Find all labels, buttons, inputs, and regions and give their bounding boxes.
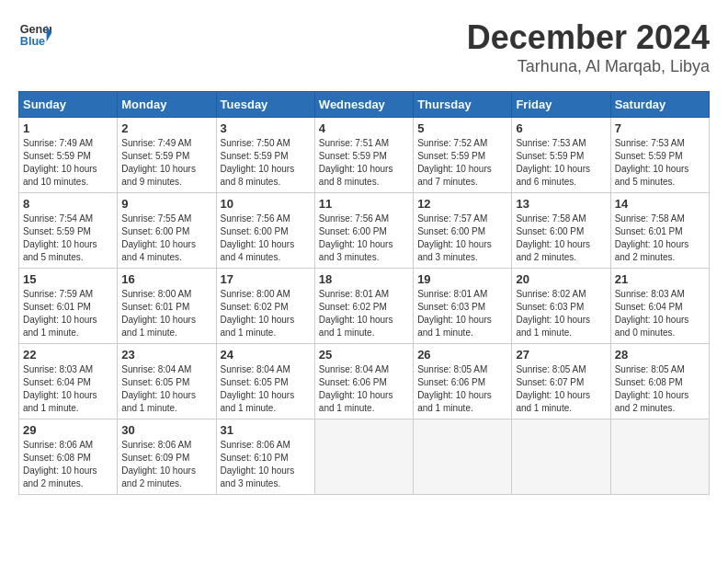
day-of-week-header: Thursday bbox=[414, 92, 512, 118]
calendar-cell: 5Sunrise: 7:52 AMSunset: 5:59 PMDaylight… bbox=[414, 118, 512, 193]
calendar-cell: 25Sunrise: 8:04 AMSunset: 6:06 PMDayligh… bbox=[314, 344, 413, 419]
calendar-cell bbox=[314, 419, 413, 495]
calendar-cell: 16Sunrise: 8:00 AMSunset: 6:01 PMDayligh… bbox=[118, 269, 216, 344]
day-number: 16 bbox=[121, 272, 211, 286]
day-number: 24 bbox=[221, 348, 311, 362]
day-number: 20 bbox=[516, 272, 606, 286]
calendar-week-row: 1Sunrise: 7:49 AMSunset: 5:59 PMDaylight… bbox=[19, 118, 710, 193]
calendar-cell: 18Sunrise: 8:01 AMSunset: 6:02 PMDayligh… bbox=[314, 269, 413, 344]
calendar-cell: 7Sunrise: 7:53 AMSunset: 5:59 PMDaylight… bbox=[610, 118, 709, 193]
calendar-cell: 22Sunrise: 8:03 AMSunset: 6:04 PMDayligh… bbox=[19, 344, 118, 419]
day-info: Sunrise: 8:06 AMSunset: 6:09 PMDaylight:… bbox=[121, 439, 211, 490]
day-info: Sunrise: 8:04 AMSunset: 6:05 PMDaylight:… bbox=[121, 363, 211, 415]
day-info: Sunrise: 7:55 AMSunset: 6:00 PMDaylight:… bbox=[121, 213, 211, 264]
calendar-cell: 30Sunrise: 8:06 AMSunset: 6:09 PMDayligh… bbox=[118, 419, 216, 495]
day-info: Sunrise: 7:52 AMSunset: 5:59 PMDaylight:… bbox=[417, 137, 507, 189]
calendar-cell: 8Sunrise: 7:54 AMSunset: 5:59 PMDaylight… bbox=[19, 193, 118, 269]
day-info: Sunrise: 7:49 AMSunset: 5:59 PMDaylight:… bbox=[23, 137, 113, 189]
calendar-cell: 28Sunrise: 8:05 AMSunset: 6:08 PMDayligh… bbox=[610, 344, 709, 419]
calendar-cell: 3Sunrise: 7:50 AMSunset: 5:59 PMDaylight… bbox=[216, 118, 314, 193]
calendar-week-row: 29Sunrise: 8:06 AMSunset: 6:08 PMDayligh… bbox=[19, 419, 710, 495]
calendar-cell: 23Sunrise: 8:04 AMSunset: 6:05 PMDayligh… bbox=[118, 344, 216, 419]
day-of-week-header: Monday bbox=[118, 92, 216, 118]
day-info: Sunrise: 8:05 AMSunset: 6:08 PMDaylight:… bbox=[615, 363, 705, 415]
calendar-cell: 15Sunrise: 7:59 AMSunset: 6:01 PMDayligh… bbox=[19, 269, 118, 344]
day-number: 2 bbox=[121, 121, 211, 135]
day-number: 26 bbox=[417, 348, 507, 362]
day-info: Sunrise: 8:04 AMSunset: 6:06 PMDaylight:… bbox=[319, 363, 409, 415]
calendar-cell: 20Sunrise: 8:02 AMSunset: 6:03 PMDayligh… bbox=[512, 269, 610, 344]
day-number: 10 bbox=[221, 197, 311, 211]
calendar-cell: 2Sunrise: 7:49 AMSunset: 5:59 PMDaylight… bbox=[118, 118, 216, 193]
day-info: Sunrise: 8:01 AMSunset: 6:03 PMDaylight:… bbox=[417, 288, 507, 339]
day-number: 9 bbox=[121, 197, 211, 211]
day-info: Sunrise: 7:58 AMSunset: 6:00 PMDaylight:… bbox=[516, 213, 606, 264]
day-info: Sunrise: 7:54 AMSunset: 5:59 PMDaylight:… bbox=[23, 213, 113, 264]
day-number: 29 bbox=[23, 423, 113, 437]
calendar-cell: 17Sunrise: 8:00 AMSunset: 6:02 PMDayligh… bbox=[216, 269, 314, 344]
day-info: Sunrise: 8:00 AMSunset: 6:02 PMDaylight:… bbox=[221, 288, 311, 339]
calendar-cell: 4Sunrise: 7:51 AMSunset: 5:59 PMDaylight… bbox=[314, 118, 413, 193]
day-number: 3 bbox=[221, 121, 311, 135]
calendar-cell bbox=[414, 419, 512, 495]
calendar-cell: 31Sunrise: 8:06 AMSunset: 6:10 PMDayligh… bbox=[216, 419, 314, 495]
day-number: 27 bbox=[516, 348, 606, 362]
calendar-cell: 1Sunrise: 7:49 AMSunset: 5:59 PMDaylight… bbox=[19, 118, 118, 193]
day-info: Sunrise: 7:59 AMSunset: 6:01 PMDaylight:… bbox=[23, 288, 113, 339]
calendar-cell: 29Sunrise: 8:06 AMSunset: 6:08 PMDayligh… bbox=[19, 419, 118, 495]
calendar-week-row: 15Sunrise: 7:59 AMSunset: 6:01 PMDayligh… bbox=[19, 269, 710, 344]
calendar-cell: 6Sunrise: 7:53 AMSunset: 5:59 PMDaylight… bbox=[512, 118, 610, 193]
calendar-header-row: SundayMondayTuesdayWednesdayThursdayFrid… bbox=[19, 92, 710, 118]
day-number: 6 bbox=[516, 121, 606, 135]
day-number: 13 bbox=[516, 197, 606, 211]
calendar-cell: 9Sunrise: 7:55 AMSunset: 6:00 PMDaylight… bbox=[118, 193, 216, 269]
day-number: 4 bbox=[319, 121, 409, 135]
day-number: 7 bbox=[615, 121, 705, 135]
day-number: 28 bbox=[615, 348, 705, 362]
day-info: Sunrise: 7:56 AMSunset: 6:00 PMDaylight:… bbox=[221, 213, 311, 264]
day-of-week-header: Sunday bbox=[19, 92, 118, 118]
day-info: Sunrise: 7:53 AMSunset: 5:59 PMDaylight:… bbox=[516, 137, 606, 189]
calendar-cell: 13Sunrise: 7:58 AMSunset: 6:00 PMDayligh… bbox=[512, 193, 610, 269]
day-of-week-header: Tuesday bbox=[216, 92, 314, 118]
day-info: Sunrise: 7:51 AMSunset: 5:59 PMDaylight:… bbox=[319, 137, 409, 189]
calendar-cell: 14Sunrise: 7:58 AMSunset: 6:01 PMDayligh… bbox=[610, 193, 709, 269]
calendar-cell bbox=[610, 419, 709, 495]
calendar-cell: 10Sunrise: 7:56 AMSunset: 6:00 PMDayligh… bbox=[216, 193, 314, 269]
day-number: 25 bbox=[319, 348, 409, 362]
day-number: 5 bbox=[417, 121, 507, 135]
day-info: Sunrise: 8:03 AMSunset: 6:04 PMDaylight:… bbox=[615, 288, 705, 339]
day-info: Sunrise: 7:49 AMSunset: 5:59 PMDaylight:… bbox=[121, 137, 211, 189]
day-number: 17 bbox=[221, 272, 311, 286]
day-number: 12 bbox=[417, 197, 507, 211]
calendar-cell: 19Sunrise: 8:01 AMSunset: 6:03 PMDayligh… bbox=[414, 269, 512, 344]
day-number: 22 bbox=[23, 348, 113, 362]
day-number: 14 bbox=[615, 197, 705, 211]
day-info: Sunrise: 8:06 AMSunset: 6:08 PMDaylight:… bbox=[23, 439, 113, 490]
day-of-week-header: Friday bbox=[512, 92, 610, 118]
calendar-cell: 26Sunrise: 8:05 AMSunset: 6:06 PMDayligh… bbox=[414, 344, 512, 419]
day-info: Sunrise: 8:02 AMSunset: 6:03 PMDaylight:… bbox=[516, 288, 606, 339]
day-number: 19 bbox=[417, 272, 507, 286]
day-info: Sunrise: 8:00 AMSunset: 6:01 PMDaylight:… bbox=[121, 288, 211, 339]
logo: General Blue bbox=[18, 18, 51, 52]
calendar-body: 1Sunrise: 7:49 AMSunset: 5:59 PMDaylight… bbox=[19, 118, 710, 495]
day-info: Sunrise: 7:57 AMSunset: 6:00 PMDaylight:… bbox=[417, 213, 507, 264]
day-info: Sunrise: 8:01 AMSunset: 6:02 PMDaylight:… bbox=[319, 288, 409, 339]
logo-icon: General Blue bbox=[18, 18, 51, 52]
day-number: 23 bbox=[121, 348, 211, 362]
calendar-week-row: 8Sunrise: 7:54 AMSunset: 5:59 PMDaylight… bbox=[19, 193, 710, 269]
day-info: Sunrise: 8:04 AMSunset: 6:05 PMDaylight:… bbox=[221, 363, 311, 415]
day-number: 15 bbox=[23, 272, 113, 286]
day-number: 31 bbox=[221, 423, 311, 437]
title-block: December 2024 Tarhuna, Al Marqab, Libya bbox=[467, 18, 710, 76]
month-title: December 2024 bbox=[467, 18, 710, 57]
day-info: Sunrise: 8:05 AMSunset: 6:06 PMDaylight:… bbox=[417, 363, 507, 415]
location-title: Tarhuna, Al Marqab, Libya bbox=[467, 57, 710, 76]
day-info: Sunrise: 8:03 AMSunset: 6:04 PMDaylight:… bbox=[23, 363, 113, 415]
day-of-week-header: Wednesday bbox=[314, 92, 413, 118]
day-number: 11 bbox=[319, 197, 409, 211]
day-number: 18 bbox=[319, 272, 409, 286]
calendar-cell: 21Sunrise: 8:03 AMSunset: 6:04 PMDayligh… bbox=[610, 269, 709, 344]
svg-text:Blue: Blue bbox=[20, 35, 45, 48]
